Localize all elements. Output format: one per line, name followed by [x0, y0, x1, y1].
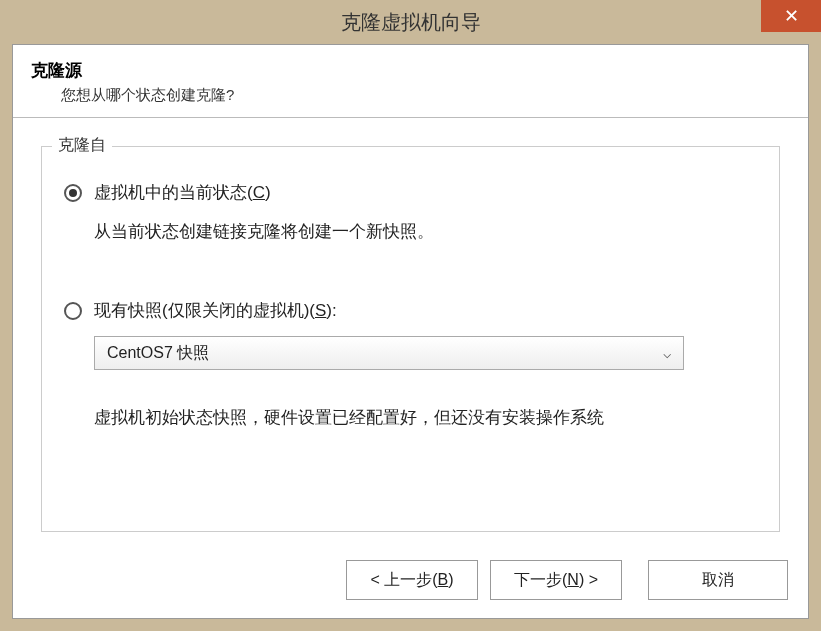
clone-from-fieldset: 克隆自 虚拟机中的当前状态(C) 从当前状态创建链接克隆将创建一个新快照。 现有… — [41, 146, 780, 532]
dialog-body: 克隆源 您想从哪个状态创建克隆? 克隆自 虚拟机中的当前状态(C) 从当前状态创… — [12, 44, 809, 619]
radio-existing-snapshot-label: 现有快照(仅限关闭的虚拟机)(S): — [94, 299, 337, 322]
back-button[interactable]: < 上一步(B) — [346, 560, 478, 600]
snapshot-description: 虚拟机初始状态快照，硬件设置已经配置好，但还没有安装操作系统 — [94, 406, 757, 429]
page-title: 克隆源 — [31, 59, 790, 82]
page-subtitle: 您想从哪个状态创建克隆? — [61, 86, 790, 105]
content-section: 克隆自 虚拟机中的当前状态(C) 从当前状态创建链接克隆将创建一个新快照。 现有… — [13, 118, 808, 542]
current-state-description: 从当前状态创建链接克隆将创建一个新快照。 — [94, 220, 757, 243]
snapshot-select[interactable]: CentOS7 快照 ⌵ — [94, 336, 684, 370]
radio-icon — [64, 302, 82, 320]
close-button[interactable]: ✕ — [761, 0, 821, 32]
window-title: 克隆虚拟机向导 — [341, 9, 481, 36]
button-bar: < 上一步(B) 下一步(N) > 取消 — [13, 542, 808, 618]
fieldset-legend: 克隆自 — [52, 135, 112, 156]
radio-existing-snapshot[interactable]: 现有快照(仅限关闭的虚拟机)(S): — [64, 299, 757, 322]
chevron-down-icon: ⌵ — [663, 345, 671, 361]
close-icon: ✕ — [784, 5, 799, 27]
radio-icon — [64, 184, 82, 202]
radio-current-state-label: 虚拟机中的当前状态(C) — [94, 181, 271, 204]
cancel-button[interactable]: 取消 — [648, 560, 788, 600]
title-bar: 克隆虚拟机向导 ✕ — [0, 0, 821, 44]
radio-current-state[interactable]: 虚拟机中的当前状态(C) — [64, 181, 757, 204]
header-section: 克隆源 您想从哪个状态创建克隆? — [13, 45, 808, 118]
next-button[interactable]: 下一步(N) > — [490, 560, 622, 600]
snapshot-select-value: CentOS7 快照 — [107, 343, 209, 364]
option-snapshot-block: 现有快照(仅限关闭的虚拟机)(S): CentOS7 快照 ⌵ 虚拟机初始状态快… — [64, 299, 757, 429]
